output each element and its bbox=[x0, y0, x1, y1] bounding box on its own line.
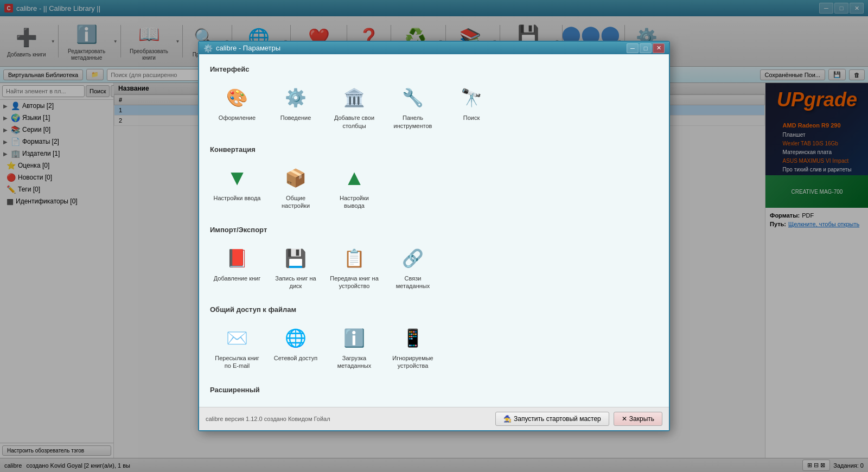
keyboard-item[interactable]: ⌨️ Клавиатура bbox=[386, 400, 440, 407]
email-label: Пересылка книг по E-mail bbox=[213, 354, 261, 370]
template-functions-item[interactable]: 📊 Функции Шаблона bbox=[444, 400, 499, 407]
metadata-links-item[interactable]: 🔗 Связи метаданных bbox=[386, 240, 440, 295]
modal-titlebar: ⚙️ calibre - Параметры ─ □ ✕ bbox=[199, 42, 669, 54]
save-to-disk-settings-label: Запись книг на диск bbox=[271, 275, 320, 290]
metadata-links-label: Связи метаданных bbox=[388, 275, 437, 290]
sharing-section-title: Общий доступ к файлам bbox=[210, 305, 658, 314]
modal-content: Интерфейс 🎨 Оформление ⚙️ Поведение 🏛️ Д… bbox=[199, 54, 669, 407]
import-export-icons-grid: 📕 Добавление книг 💾 Запись книг на диск … bbox=[210, 240, 658, 295]
metadata-links-icon: 🔗 bbox=[400, 245, 426, 271]
send-to-device-icon: 📋 bbox=[341, 245, 367, 271]
modal-controls: ─ □ ✕ bbox=[627, 43, 665, 53]
modal-minimize-button[interactable]: ─ bbox=[627, 43, 639, 53]
interface-icons-grid: 🎨 Оформление ⚙️ Поведение 🏛️ Добавьте св… bbox=[210, 80, 658, 135]
appearance-icon: 🎨 bbox=[224, 85, 250, 111]
ignored-devices-icon: 📱 bbox=[400, 325, 426, 351]
advanced-settings-item[interactable]: 📦 Расширенные настройки bbox=[269, 400, 323, 407]
output-settings-icon: ▲ bbox=[341, 165, 367, 191]
add-books-settings-item[interactable]: 📕 Добавление книг bbox=[210, 240, 264, 295]
columns-item[interactable]: 🏛️ Добавьте свои столбцы bbox=[327, 80, 381, 135]
common-settings-label: Общие настройки bbox=[271, 194, 320, 210]
modal-close-footer-button[interactable]: ✕ Закрыть bbox=[614, 412, 662, 426]
modal-footer: calibre версия 1.12.0 создано Ковидом Го… bbox=[199, 407, 669, 430]
toolbar-label: Панель инструментов bbox=[388, 114, 437, 130]
toolbar-icon: 🔧 bbox=[400, 85, 426, 111]
behavior-icon: ⚙️ bbox=[283, 85, 309, 111]
modal-footer-buttons: 🧙 Запустить стартовый мастер ✕ Закрыть bbox=[495, 412, 662, 426]
columns-label: Добавьте свои столбцы bbox=[330, 114, 379, 130]
modal-close-button[interactable]: ✕ bbox=[653, 43, 665, 53]
advanced-icons-grid: 🧩 Плагины 📦 Расширенные настройки ⚙️ Раз… bbox=[210, 400, 658, 407]
behavior-item[interactable]: ⚙️ Поведение bbox=[269, 80, 323, 135]
input-settings-item[interactable]: ▼ Настройки ввода bbox=[210, 160, 264, 215]
save-to-disk-settings-item[interactable]: 💾 Запись книг на диск bbox=[269, 240, 323, 295]
wizard-icon: 🧙 bbox=[503, 415, 512, 423]
settings-modal: ⚙️ calibre - Параметры ─ □ ✕ Интерфейс 🎨… bbox=[198, 41, 670, 431]
add-books-settings-icon: 📕 bbox=[224, 245, 250, 271]
close-icon: ✕ bbox=[622, 415, 627, 423]
modal-overlay: ⚙️ calibre - Параметры ─ □ ✕ Интерфейс 🎨… bbox=[0, 0, 868, 472]
send-to-device-item[interactable]: 📋 Передача книг на устройство bbox=[327, 240, 381, 295]
columns-icon: 🏛️ bbox=[341, 85, 367, 111]
network-item[interactable]: 🌐 Сетевой доступ bbox=[269, 320, 323, 375]
ignored-devices-item[interactable]: 📱 Игнорируемые устройства bbox=[386, 320, 440, 375]
common-settings-icon: 📦 bbox=[283, 165, 309, 191]
send-to-device-label: Передача книг на устройство bbox=[330, 275, 379, 290]
start-wizard-button[interactable]: 🧙 Запустить стартовый мастер bbox=[495, 412, 609, 426]
network-label: Сетевой доступ bbox=[274, 354, 317, 362]
conversion-section-title: Конвертация bbox=[210, 145, 658, 154]
output-settings-item[interactable]: ▲ Настройки вывода bbox=[327, 160, 381, 215]
close-label: Закрыть bbox=[629, 415, 654, 423]
modal-title: calibre - Параметры bbox=[216, 44, 280, 52]
appearance-label: Оформление bbox=[219, 114, 256, 122]
email-icon: ✉️ bbox=[224, 325, 250, 351]
plugins-item[interactable]: 🧩 Плагины bbox=[210, 400, 264, 407]
add-books-settings-label: Добавление книг bbox=[214, 275, 260, 282]
conversion-icons-grid: ▼ Настройки ввода 📦 Общие настройки ▲ На… bbox=[210, 160, 658, 215]
advanced-section-title: Расширенный bbox=[210, 386, 658, 394]
network-icon: 🌐 bbox=[283, 325, 309, 351]
metadata-download-icon: ℹ️ bbox=[341, 325, 367, 351]
search-pref-label: Поиск bbox=[463, 114, 480, 122]
common-settings-item[interactable]: 📦 Общие настройки bbox=[269, 160, 323, 215]
metadata-download-item[interactable]: ℹ️ Загрузка метаданных bbox=[327, 320, 381, 375]
search-pref-icon: 🔭 bbox=[458, 85, 484, 111]
search-item[interactable]: 🔭 Поиск bbox=[444, 80, 499, 135]
metadata-download-label: Загрузка метаданных bbox=[330, 354, 379, 370]
appearance-item[interactable]: 🎨 Оформление bbox=[210, 80, 264, 135]
input-settings-label: Настройки ввода bbox=[214, 194, 261, 202]
output-settings-label: Настройки вывода bbox=[330, 194, 379, 210]
start-wizard-label: Запустить стартовый мастер bbox=[514, 415, 601, 423]
version-text: calibre версия 1.12.0 создано Ковидом Го… bbox=[206, 416, 330, 422]
email-item[interactable]: ✉️ Пересылка книг по E-mail bbox=[210, 320, 264, 375]
input-settings-icon: ▼ bbox=[224, 165, 250, 191]
modal-icon: ⚙️ bbox=[203, 44, 213, 53]
toolbar-item[interactable]: 🔧 Панель инструментов bbox=[386, 80, 440, 135]
sharing-icons-grid: ✉️ Пересылка книг по E-mail 🌐 Сетевой до… bbox=[210, 320, 658, 375]
misc-item[interactable]: ⚙️ Разное bbox=[327, 400, 381, 407]
interface-section-title: Интерфейс bbox=[210, 65, 658, 73]
modal-maximize-button[interactable]: □ bbox=[640, 43, 652, 53]
import-export-section-title: Импорт/Экспорт bbox=[210, 226, 658, 234]
save-to-disk-settings-icon: 💾 bbox=[283, 245, 309, 271]
ignored-devices-label: Игнорируемые устройства bbox=[388, 354, 437, 370]
behavior-label: Поведение bbox=[280, 114, 311, 122]
